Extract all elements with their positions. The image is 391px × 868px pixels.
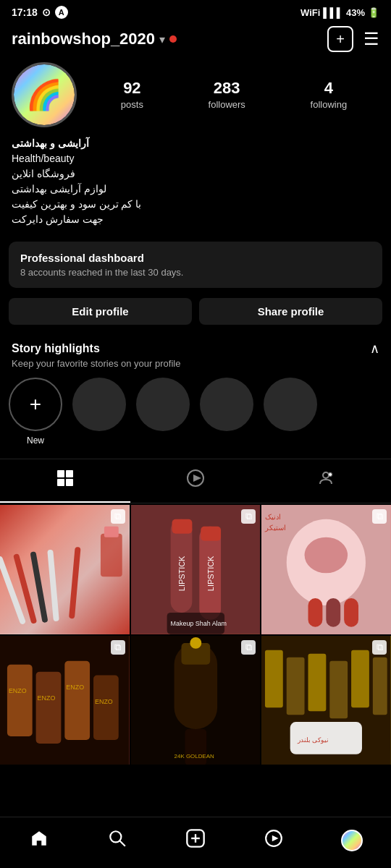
svg-text:ENZO: ENZO [9,687,27,694]
svg-rect-42 [93,675,119,739]
header: rainbowshop_2020 ▾ + ☰ [0,22,391,59]
highlight-3[interactable] [200,378,253,446]
nav-home[interactable] [21,826,57,855]
followers-stat[interactable]: 283 followers [209,79,245,111]
svg-rect-21 [172,519,192,534]
status-bar: 17:18 ⊙ A WiFi ▌▌▌ 43% 🔋 [0,0,391,22]
grid-tab-icon [56,469,74,491]
svg-point-29 [305,537,348,574]
grid-overlay-1: ⧉ [111,509,125,524]
bottom-nav [0,817,391,868]
posts-label: posts [121,99,143,110]
photo-grid: ⧉ LIPSTICK LIPSTICK Makeup Shah Alam ⧉ [0,505,391,765]
grid-image-4: ENZO ENZO ENZO ENZO [0,636,130,765]
username-label: rainbowshop_2020 [12,30,155,48]
followers-label: followers [209,99,245,110]
profile-section: 🌈 92 posts 283 followers 4 following [0,59,391,136]
bio-line-4: لوازم آرایشی بهداشتی [12,182,379,197]
search-icon [108,829,127,852]
grid-image-5: 24K GOLDEAN [131,636,261,765]
highlight-4[interactable] [264,378,317,446]
tabs [0,459,391,503]
edit-profile-button[interactable]: Edit profile [9,298,192,325]
svg-text:LIPSTICK: LIPSTICK [206,556,215,591]
new-highlight-label: New [27,435,44,446]
nav-add[interactable] [177,826,214,855]
svg-point-59 [110,831,121,842]
signal-icon: ▌▌▌ [323,7,343,18]
nav-reels[interactable] [256,826,292,855]
highlight-1[interactable] [72,378,126,446]
grid-item-4[interactable]: ENZO ENZO ENZO ENZO ⧉ [0,636,130,765]
grid-item-3[interactable]: ادنیک استیکر ⧉ [261,505,391,634]
svg-rect-52 [287,657,305,714]
time: 17:18 [12,7,38,18]
svg-marker-5 [193,475,201,482]
tab-grid[interactable] [0,459,130,503]
svg-rect-2 [57,479,64,486]
followers-count: 283 [209,79,245,98]
grid-item-5[interactable]: 24K GOLDEAN ⧉ [131,636,261,765]
highlight-circle-2[interactable] [136,378,190,431]
posts-count: 92 [121,79,143,98]
tagged-tab-icon [317,469,335,491]
avatar[interactable]: 🌈 [12,62,77,127]
menu-icon[interactable]: ☰ [363,29,379,49]
following-stat[interactable]: 4 following [311,79,348,111]
multiple-posts-icon-4: ⧉ [114,642,121,653]
add-content-button[interactable]: + [327,26,353,52]
story-highlights-title: Story highlights [12,342,100,355]
highlight-circle-4[interactable] [264,378,317,431]
wifi-icon: WiFi [300,7,320,18]
grid-item-6[interactable]: نیوکی بلندر ⧉ [261,636,391,765]
bio-line-2: Health/beauty [12,151,379,166]
nav-search[interactable] [99,826,135,855]
nav-avatar [341,830,363,851]
plus-icon: + [336,31,345,48]
nav-profile[interactable] [334,826,370,855]
svg-rect-55 [351,650,369,707]
highlight-circle-3[interactable] [200,378,253,431]
grid-item-2[interactable]: LIPSTICK LIPSTICK Makeup Shah Alam ⧉ [131,505,261,634]
highlight-circles: + New [0,378,391,459]
grid-overlay-5: ⧉ [241,640,256,655]
bio-section: آرایشی و بهداشتی Health/beauty فروشگاه ا… [0,136,391,237]
posts-stat[interactable]: 92 posts [121,79,143,111]
svg-rect-38 [36,671,62,743]
story-highlights-header: Story highlights ∧ [0,336,391,358]
svg-rect-40 [64,660,90,739]
new-highlight[interactable]: + New [9,378,62,446]
highlight-circle-1[interactable] [72,378,126,431]
svg-text:ENZO: ENZO [95,698,113,705]
new-circle-button[interactable]: + [9,378,62,431]
highlight-2[interactable] [136,378,190,446]
share-profile-button[interactable]: Share profile [199,298,382,325]
svg-rect-1 [66,470,73,477]
svg-rect-53 [308,653,327,710]
multiple-posts-icon-3: ⧉ [377,511,383,522]
grid-overlay-4: ⧉ [111,640,125,655]
pro-dashboard-title: Professional dashboard [20,252,371,264]
battery-icon: 🔋 [368,7,379,18]
stats-container: 92 posts 283 followers 4 following [88,79,379,111]
svg-rect-16 [101,534,122,577]
svg-rect-31 [327,598,341,627]
header-left: rainbowshop_2020 ▾ [12,30,177,48]
avatar-image: 🌈 [14,64,75,125]
app-icon: A [55,6,68,19]
svg-text:استیکر: استیکر [264,524,286,532]
collapse-icon[interactable]: ∧ [370,341,379,357]
following-label: following [311,99,348,110]
action-buttons: Edit profile Share profile [0,298,391,336]
tab-tagged[interactable] [261,459,391,503]
tab-reels[interactable] [130,459,261,503]
pro-dashboard-subtitle: 8 accounts reached in the last 30 days. [20,267,371,278]
svg-text:ادنیک: ادنیک [265,513,281,521]
home-icon [30,829,49,852]
grid-item-1[interactable]: ⧉ [0,505,130,634]
svg-rect-32 [344,598,358,627]
add-icon [185,828,206,853]
pro-dashboard[interactable]: Professional dashboard 8 accounts reache… [9,242,382,288]
story-highlights-subtitle: Keep your favorite stories on your profi… [0,358,391,378]
dropdown-arrow-icon[interactable]: ▾ [159,33,165,46]
